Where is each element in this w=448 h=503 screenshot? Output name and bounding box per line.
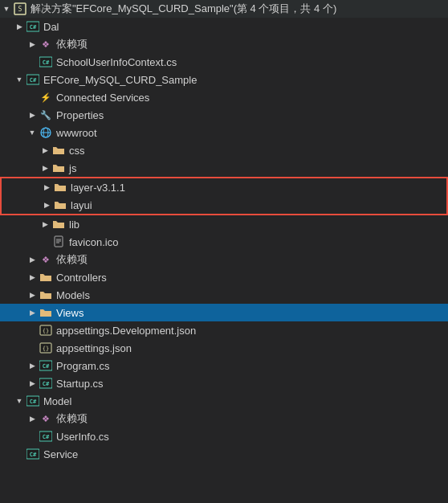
label-models: Models: [56, 289, 442, 301]
label-views: Views: [56, 307, 442, 319]
icon-efcore-project: C#: [26, 72, 40, 87]
icon-userinfo: C#: [39, 429, 53, 444]
tree-item-appsettings[interactable]: {}appsettings.json: [0, 339, 448, 357]
label-dal-dep: 依赖项: [56, 37, 442, 51]
label-startup: Startup.cs: [56, 378, 442, 390]
expand-arrow-models[interactable]: ▶: [26, 288, 39, 301]
svg-text:❖: ❖: [42, 255, 50, 264]
label-efcore-project: EFCore_MySQL_CURD_Sample: [43, 74, 442, 86]
tree-item-userinfo[interactable]: C#UserInfo.cs: [0, 427, 448, 445]
icon-views: [39, 305, 53, 320]
icon-wwwroot: [39, 125, 53, 140]
icon-layer: [53, 180, 67, 194]
icon-models: [39, 288, 53, 302]
tree-item-efcore-project[interactable]: ▼C#EFCore_MySQL_CURD_Sample: [0, 71, 448, 88]
tree-item-wwwroot[interactable]: ▼wwwroot: [0, 124, 448, 141]
expand-arrow-model-project[interactable]: ▼: [13, 395, 26, 407]
svg-text:C#: C#: [43, 434, 50, 440]
label-program: Program.cs: [56, 360, 442, 372]
tree-item-properties[interactable]: ▶🔧Properties: [0, 106, 448, 124]
expand-arrow-properties[interactable]: ▶: [26, 108, 39, 121]
tree-item-controllers[interactable]: ▶Controllers: [0, 268, 448, 286]
expand-arrow-efcore-dep[interactable]: ▶: [26, 253, 39, 266]
tree-item-dal-context[interactable]: C#SchoolUserInfoContext.cs: [0, 53, 448, 71]
tree-item-startup[interactable]: ▶C#Startup.cs: [0, 374, 448, 392]
tree-item-solution[interactable]: ▼S解决方案"EFCore_MySQL_CURD_Sample"(第 4 个项目…: [0, 0, 448, 18]
icon-appsettings: {}: [39, 341, 53, 355]
icon-js: [51, 161, 66, 175]
expand-arrow-dal-dep[interactable]: ▶: [26, 38, 39, 51]
label-connected-services: Connected Services: [56, 92, 442, 104]
icon-model-dep: ❖: [39, 411, 53, 426]
tree-item-dal-dep[interactable]: ▶❖依赖项: [0, 35, 448, 53]
svg-text:❖: ❖: [42, 39, 50, 49]
label-layer: layer-v3.1.1: [71, 182, 440, 194]
label-layui: layui: [71, 199, 440, 211]
icon-css: [51, 143, 66, 157]
expand-arrow-wwwroot[interactable]: ▼: [26, 126, 39, 139]
expand-arrow-startup[interactable]: ▶: [26, 377, 39, 390]
icon-dal-dep: ❖: [39, 37, 53, 51]
tree-item-connected-services[interactable]: ⚡Connected Services: [0, 88, 448, 106]
tree-item-models[interactable]: ▶Models: [0, 286, 448, 304]
expand-arrow-program[interactable]: ▶: [26, 359, 39, 372]
label-efcore-dep: 依赖项: [56, 252, 442, 267]
label-dal: Dal: [43, 21, 442, 33]
icon-controllers: [39, 270, 53, 284]
tree-item-favicon[interactable]: favicon.ico: [0, 233, 448, 251]
icon-model-project: C#: [26, 394, 40, 408]
tree-item-js[interactable]: ▶js: [0, 159, 448, 177]
icon-connected-services: ⚡: [39, 90, 53, 104]
svg-text:C#: C#: [30, 452, 37, 458]
tree-item-layui[interactable]: ▶layui: [2, 196, 446, 214]
solution-explorer[interactable]: ▼S解决方案"EFCore_MySQL_CURD_Sample"(第 4 个项目…: [0, 0, 448, 503]
expand-arrow-views[interactable]: ▶: [26, 306, 39, 319]
expand-arrow-solution[interactable]: ▼: [0, 2, 13, 15]
tree-item-service-project[interactable]: C#Service: [0, 445, 448, 463]
svg-text:🔧: 🔧: [40, 109, 51, 121]
expand-arrow-efcore-project[interactable]: ▼: [13, 73, 26, 86]
tree-item-layer[interactable]: ▶layer-v3.1.1: [2, 178, 446, 196]
expand-arrow-dal[interactable]: ▶: [13, 20, 26, 33]
tree-item-model-project[interactable]: ▼C#Model: [0, 392, 448, 410]
svg-text:⚡: ⚡: [40, 92, 51, 103]
icon-startup: C#: [39, 376, 53, 391]
label-lib: lib: [69, 219, 442, 231]
icon-dal: C#: [26, 19, 40, 34]
svg-text:C#: C#: [43, 59, 50, 66]
tree-item-lib[interactable]: ▶lib: [0, 215, 448, 233]
expand-arrow-lib[interactable]: ▶: [39, 218, 51, 231]
icon-dal-context: C#: [39, 55, 53, 69]
label-wwwroot: wwwroot: [56, 127, 442, 139]
icon-layui: [53, 198, 67, 212]
tree-item-model-dep[interactable]: ▶❖依赖项: [0, 410, 448, 427]
label-favicon: favicon.ico: [69, 236, 442, 248]
expand-arrow-layer[interactable]: ▶: [40, 181, 53, 194]
svg-text:C#: C#: [30, 24, 37, 31]
tree-item-efcore-dep[interactable]: ▶❖依赖项: [0, 251, 448, 268]
icon-efcore-dep: ❖: [39, 252, 53, 267]
label-controllers: Controllers: [56, 272, 442, 284]
tree-item-css[interactable]: ▶css: [0, 141, 448, 159]
svg-text:C#: C#: [43, 363, 50, 370]
tree-item-views[interactable]: ▶Views: [0, 304, 448, 321]
icon-properties: 🔧: [39, 108, 53, 122]
label-properties: Properties: [56, 109, 442, 121]
svg-text:{}: {}: [43, 328, 49, 334]
svg-text:C#: C#: [30, 399, 37, 405]
label-service-project: Service: [43, 448, 442, 460]
icon-program: C#: [39, 358, 53, 373]
expand-arrow-js[interactable]: ▶: [39, 162, 51, 174]
tree-item-dal[interactable]: ▶C#Dal: [0, 18, 448, 35]
tree-item-appsettings-dev[interactable]: {}appsettings.Development.json: [0, 321, 448, 339]
expand-arrow-layui[interactable]: ▶: [40, 198, 53, 211]
expand-arrow-model-dep[interactable]: ▶: [26, 412, 39, 425]
label-appsettings: appsettings.json: [56, 342, 442, 354]
tree-item-program[interactable]: ▶C#Program.cs: [0, 357, 448, 374]
expand-arrow-css[interactable]: ▶: [39, 144, 51, 157]
label-userinfo: UserInfo.cs: [56, 431, 442, 443]
svg-text:{}: {}: [43, 346, 49, 352]
svg-text:S: S: [18, 6, 22, 13]
icon-service-project: C#: [26, 447, 40, 461]
expand-arrow-controllers[interactable]: ▶: [26, 271, 39, 284]
